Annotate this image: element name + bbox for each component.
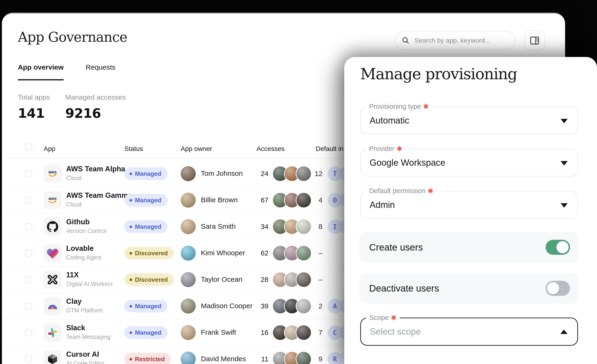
default-in-count: 7 xyxy=(310,329,322,337)
status-dot xyxy=(130,305,132,308)
status-badge: Restricted xyxy=(124,353,171,364)
row-checkbox[interactable] xyxy=(25,329,32,336)
default-in-count: 9 xyxy=(310,355,322,363)
required-asterisk: ✱ xyxy=(428,187,433,195)
row-checkbox[interactable] xyxy=(25,170,32,177)
status-dot xyxy=(130,331,132,334)
default-permission-label: Default permission xyxy=(369,187,425,195)
app-name: Slack xyxy=(66,324,85,332)
row-checkbox[interactable] xyxy=(25,303,32,310)
owner-name: Tom Johnson xyxy=(201,169,243,177)
search-icon xyxy=(402,37,410,45)
chevron-down-icon xyxy=(561,203,568,208)
row-checkbox[interactable] xyxy=(25,250,32,257)
column-header-accesses: Accesses xyxy=(257,145,285,152)
owner-avatar xyxy=(181,299,196,314)
select-all-checkbox[interactable] xyxy=(25,144,32,151)
accesses-count: 11 xyxy=(247,355,268,363)
app-name: 11X xyxy=(66,271,79,279)
owner-avatar xyxy=(181,272,196,287)
provisioning-type-select[interactable]: Provisioning type ✱ Automatic xyxy=(360,107,578,134)
status-badge: Managed xyxy=(124,220,168,233)
access-avatar xyxy=(296,272,312,288)
owner-name: Billie Brown xyxy=(201,196,238,204)
scope-placeholder: Select scope xyxy=(370,327,421,337)
default-in-count: – xyxy=(310,249,322,257)
owner-avatar xyxy=(181,193,196,208)
owner-name: Madison Cooper xyxy=(201,302,252,310)
accesses-count: 24 xyxy=(247,170,268,178)
app-category: Cloud xyxy=(66,174,81,182)
svg-text:aws: aws xyxy=(48,169,57,174)
lovable-icon xyxy=(44,244,62,262)
search-box[interactable] xyxy=(395,31,515,50)
row-checkbox[interactable] xyxy=(25,223,32,230)
tab-bar: App overview Requests xyxy=(18,63,116,80)
column-header-app: App xyxy=(44,145,55,152)
owner-name: Sara Smith xyxy=(201,222,236,230)
app-name: Github xyxy=(66,218,90,226)
status-label: Restricted xyxy=(135,356,165,363)
scope-select[interactable]: Scope ✱ Select scope xyxy=(360,318,578,346)
tab-app-overview[interactable]: App overview xyxy=(18,63,63,80)
manage-provisioning-panel: Manage provisioning Provisioning type ✱ … xyxy=(344,57,597,364)
create-users-label: Create users xyxy=(369,242,423,253)
access-avatar xyxy=(296,325,312,341)
provisioning-type-label: Provisioning type xyxy=(369,103,421,110)
required-asterisk: ✱ xyxy=(397,145,402,152)
deactivate-users-toggle[interactable] xyxy=(546,281,570,296)
status-label: Managed xyxy=(135,197,161,204)
app-category: Version Control xyxy=(66,228,106,234)
default-in-count: 4 xyxy=(310,196,322,204)
cursor-icon xyxy=(44,350,62,364)
owner-name: Taylor Ocean xyxy=(201,275,243,283)
app-category: GTM Platform xyxy=(66,307,103,314)
status-dot xyxy=(130,226,132,228)
status-dot xyxy=(130,199,132,202)
stat-total-apps-value: 141 xyxy=(18,106,45,121)
access-avatars xyxy=(272,298,312,314)
accesses-count: 62 xyxy=(247,249,268,257)
status-label: Discovered xyxy=(135,276,168,283)
clay-icon xyxy=(44,297,62,315)
row-checkbox[interactable] xyxy=(25,197,32,204)
scope-label: Scope xyxy=(369,314,389,322)
accesses-count: 34 xyxy=(247,223,268,231)
owner-avatar xyxy=(181,246,196,261)
status-badge: Discovered xyxy=(124,247,174,259)
aws-icon: aws xyxy=(44,191,62,209)
chevron-down-icon xyxy=(561,119,568,123)
status-label: Managed xyxy=(135,329,161,336)
default-in-count: – xyxy=(310,276,322,284)
search-input[interactable] xyxy=(414,37,504,45)
status-badge: Managed xyxy=(124,194,168,206)
svg-text:aws: aws xyxy=(48,196,57,201)
status-label: Managed xyxy=(135,303,161,310)
create-users-toggle[interactable] xyxy=(546,240,570,255)
default-permission-select[interactable]: Default permission ✱ Admin xyxy=(360,191,578,219)
panel-title: Manage provisioning xyxy=(360,65,517,83)
column-header-app-owner: App owner xyxy=(181,145,212,152)
app-category: Digital AI Workers xyxy=(66,281,113,287)
owner-avatar xyxy=(181,325,196,340)
stat-total-apps-label: Total apps xyxy=(18,93,50,101)
status-dot xyxy=(130,173,132,175)
tab-requests[interactable]: Requests xyxy=(86,63,116,80)
column-header-default-in: Default in xyxy=(316,145,343,152)
row-checkbox[interactable] xyxy=(25,356,32,363)
status-label: Managed xyxy=(135,223,161,230)
row-checkbox[interactable] xyxy=(25,276,32,283)
owner-name: Frank Swift xyxy=(201,328,236,336)
access-avatars xyxy=(272,219,312,235)
status-label: Managed xyxy=(135,170,161,177)
toggle-side-panel-button[interactable] xyxy=(524,30,545,51)
access-avatars xyxy=(272,192,312,208)
aws-icon: aws xyxy=(44,165,62,182)
github-icon xyxy=(44,218,62,235)
slack-icon xyxy=(44,324,62,341)
owner-name: Kimi Whooper xyxy=(201,249,245,257)
status-badge: Discovered xyxy=(124,273,174,286)
provider-label: Provider xyxy=(369,145,394,152)
accesses-count: 39 xyxy=(247,302,268,310)
provider-select[interactable]: Provider ✱ Google Workspace xyxy=(360,149,578,176)
